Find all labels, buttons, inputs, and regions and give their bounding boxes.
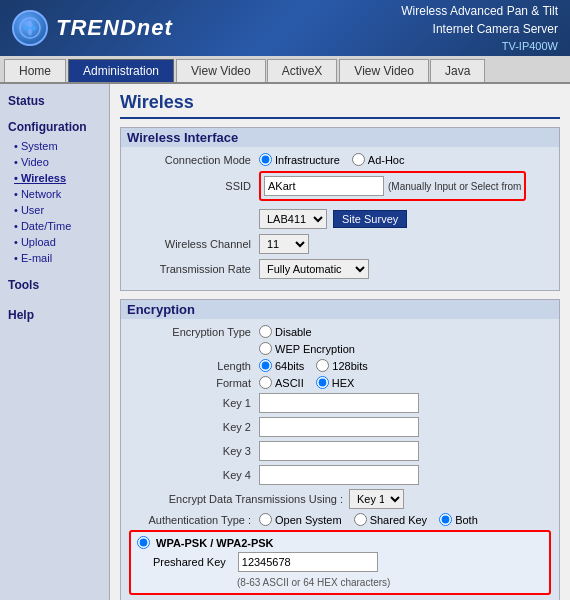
preshared-key-input[interactable]: [238, 552, 378, 572]
view-video-group: View Video ActiveX: [176, 59, 337, 82]
logo-icon: [12, 10, 48, 46]
encrypt-using-select[interactable]: Key 1: [349, 489, 404, 509]
key1-label: Key 1: [129, 397, 259, 409]
ssid-input[interactable]: [264, 176, 384, 196]
psk-note-text: (8-63 ASCII or 64 HEX characters): [237, 577, 390, 588]
format-label: Format: [129, 377, 259, 389]
transmission-select[interactable]: Fully Automatic: [259, 259, 369, 279]
ascii-label: ASCII: [275, 377, 304, 389]
key2-input[interactable]: [259, 417, 419, 437]
ssid-note: (Manually Input or Select from: [388, 181, 521, 192]
len128-radio[interactable]: [316, 359, 329, 372]
psk-note: (8-63 ASCII or 64 HEX characters): [237, 575, 543, 589]
key4-input[interactable]: [259, 465, 419, 485]
tab-view-video-java[interactable]: View Video: [339, 59, 429, 82]
sidebar-section-status[interactable]: Status: [0, 90, 109, 112]
wep-radio[interactable]: [259, 342, 272, 355]
transmission-row: Transmission Rate Fully Automatic: [129, 259, 551, 279]
sidebar-item-network[interactable]: Network: [0, 186, 109, 202]
auth-type-label: Authentication Type :: [129, 514, 259, 526]
channel-select[interactable]: 11: [259, 234, 309, 254]
tab-administration[interactable]: Administration: [68, 59, 174, 82]
shared-label: Shared Key: [370, 514, 427, 526]
sidebar-section-configuration[interactable]: Configuration: [0, 116, 109, 138]
sidebar-section-help[interactable]: Help: [0, 304, 109, 326]
len64-radio[interactable]: [259, 359, 272, 372]
len128-label: 128bits: [332, 360, 367, 372]
enc-disable: Disable: [259, 325, 312, 338]
site-survey-button[interactable]: Site Survey: [333, 210, 407, 228]
len-128: 128bits: [316, 359, 367, 372]
disable-label: Disable: [275, 326, 312, 338]
key1-input[interactable]: [259, 393, 419, 413]
tab-activex[interactable]: ActiveX: [267, 59, 338, 82]
key4-row: Key 4: [129, 465, 551, 485]
both-radio[interactable]: [439, 513, 452, 526]
ssid-row: SSID (Manually Input or Select from: [129, 171, 551, 201]
channel-row: Wireless Channel 11: [129, 234, 551, 254]
ssid-dropdown-area: LAB411 Site Survey: [259, 209, 407, 229]
hex-radio[interactable]: [316, 376, 329, 389]
wep-label: WEP Encryption: [275, 343, 355, 355]
enc-type-options: Disable: [259, 325, 312, 338]
encryption-section: Encryption Encryption Type Disable WEP E…: [120, 299, 560, 600]
tab-home[interactable]: Home: [4, 59, 66, 82]
sidebar-item-wireless[interactable]: Wireless: [0, 170, 109, 186]
open-system-radio[interactable]: [259, 513, 272, 526]
sidebar-item-video[interactable]: Video: [0, 154, 109, 170]
logo-area: TRENDnet: [12, 10, 173, 46]
key3-input[interactable]: [259, 441, 419, 461]
disable-radio[interactable]: [259, 325, 272, 338]
encryption-title: Encryption: [121, 300, 559, 319]
enc-wep: WEP Encryption: [259, 342, 355, 355]
preshared-row: Preshared Key: [153, 552, 543, 572]
infrastructure-radio[interactable]: [259, 153, 272, 166]
ssid-list-row: LAB411 Site Survey: [129, 206, 551, 229]
wireless-interface-title: Wireless Interface: [121, 128, 559, 147]
channel-label: Wireless Channel: [129, 238, 259, 250]
content-area: Wireless Wireless Interface Connection M…: [110, 84, 570, 600]
key4-label: Key 4: [129, 469, 259, 481]
format-row: Format ASCII HEX: [129, 376, 551, 389]
sidebar-item-email[interactable]: E-mail: [0, 250, 109, 266]
preshared-label: Preshared Key: [153, 556, 226, 568]
header-title: Wireless Advanced Pan & Tilt Internet Ca…: [401, 2, 558, 55]
sidebar-item-datetime[interactable]: Date/Time: [0, 218, 109, 234]
adhoc-radio[interactable]: [352, 153, 365, 166]
tab-view-video-activex[interactable]: View Video: [176, 59, 266, 82]
ascii-radio[interactable]: [259, 376, 272, 389]
view-video-java-group: View Video Java: [339, 59, 485, 82]
sidebar-item-upload[interactable]: Upload: [0, 234, 109, 250]
mode-adhoc: Ad-Hoc: [352, 153, 405, 166]
auth-shared: Shared Key: [354, 513, 427, 526]
auth-open: Open System: [259, 513, 342, 526]
enc-wep-row: WEP Encryption: [129, 342, 551, 355]
connection-mode-options: Infrastructure Ad-Hoc: [259, 153, 405, 166]
key3-row: Key 3: [129, 441, 551, 461]
length-options: 64bits 128bits: [259, 359, 368, 372]
sidebar-item-system[interactable]: System: [0, 138, 109, 154]
shared-key-radio[interactable]: [354, 513, 367, 526]
logo-text: TRENDnet: [56, 15, 173, 41]
encrypt-using-row: Encrypt Data Transmissions Using : Key 1: [129, 489, 551, 509]
sidebar-item-user[interactable]: User: [0, 202, 109, 218]
key2-label: Key 2: [129, 421, 259, 433]
connection-mode-row: Connection Mode Infrastructure Ad-Hoc: [129, 153, 551, 166]
ssid-highlight-box: (Manually Input or Select from: [259, 171, 526, 201]
len-64: 64bits: [259, 359, 304, 372]
infrastructure-label: Infrastructure: [275, 154, 340, 166]
adhoc-label: Ad-Hoc: [368, 154, 405, 166]
len64-label: 64bits: [275, 360, 304, 372]
ssid-select[interactable]: LAB411: [259, 209, 327, 229]
tab-java[interactable]: Java: [430, 59, 485, 82]
wireless-interface-section: Wireless Interface Connection Mode Infra…: [120, 127, 560, 291]
enc-type-label: Encryption Type: [129, 326, 259, 338]
sidebar-section-tools[interactable]: Tools: [0, 274, 109, 296]
hex-label: HEX: [332, 377, 355, 389]
wpa-label: WPA-PSK / WPA2-PSK: [156, 537, 274, 549]
page-title: Wireless: [120, 92, 560, 119]
wpa-radio[interactable]: [137, 536, 150, 549]
encrypt-using-label: Encrypt Data Transmissions Using :: [129, 493, 349, 505]
connection-mode-label: Connection Mode: [129, 154, 259, 166]
auth-type-row: Authentication Type : Open System Shared…: [129, 513, 551, 526]
